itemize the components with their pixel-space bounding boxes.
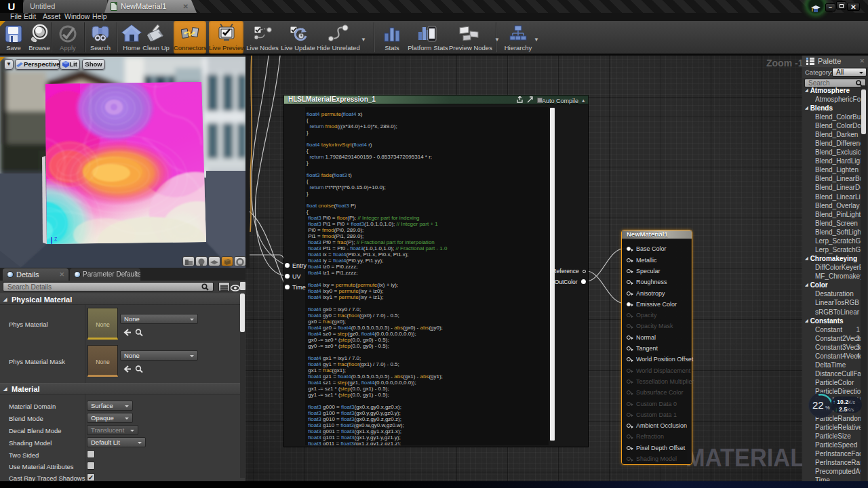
svg-text:z: z (54, 235, 58, 242)
